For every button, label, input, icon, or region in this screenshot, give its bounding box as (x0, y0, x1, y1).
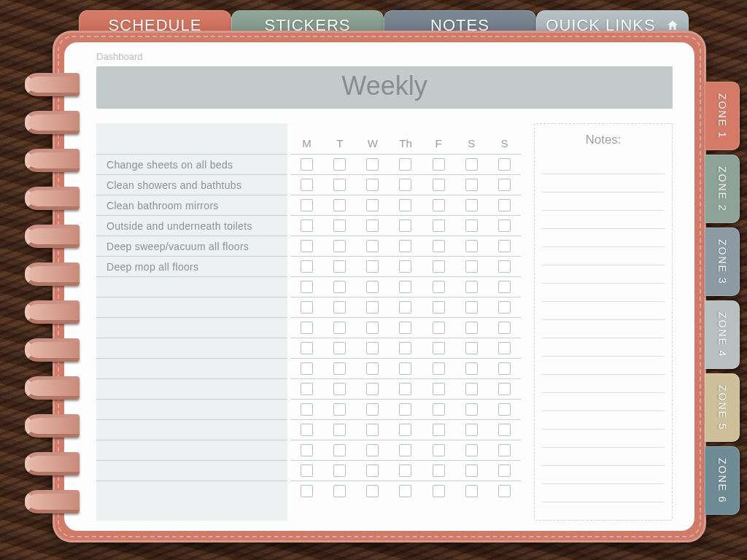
checkbox[interactable] (301, 322, 313, 334)
checkbox[interactable] (465, 179, 478, 191)
checkbox[interactable] (333, 342, 346, 354)
checkbox[interactable] (366, 485, 379, 497)
checkbox[interactable] (399, 464, 411, 477)
checkbox[interactable] (399, 383, 411, 395)
checkbox[interactable] (399, 444, 411, 456)
checkbox[interactable] (333, 199, 346, 211)
checkbox[interactable] (433, 403, 445, 416)
checkbox[interactable] (433, 362, 445, 375)
side-tab-zone-5[interactable]: ZONE 5 (705, 373, 740, 442)
checkbox[interactable] (433, 424, 445, 436)
checkbox[interactable] (465, 219, 478, 232)
checkbox[interactable] (333, 281, 346, 293)
checkbox[interactable] (465, 281, 478, 293)
checkbox[interactable] (399, 281, 411, 293)
checkbox[interactable] (498, 362, 511, 375)
side-tab-zone-1[interactable]: ZONE 1 (705, 82, 740, 150)
checkbox[interactable] (301, 240, 313, 252)
note-line[interactable] (542, 211, 665, 229)
checkbox[interactable] (301, 281, 313, 293)
checkbox[interactable] (465, 383, 478, 395)
checkbox[interactable] (333, 444, 346, 456)
checkbox[interactable] (465, 301, 478, 314)
checkbox[interactable] (498, 281, 511, 293)
checkbox[interactable] (433, 240, 445, 252)
note-line[interactable] (542, 174, 665, 192)
side-tab-zone-4[interactable]: ZONE 4 (705, 300, 740, 369)
checkbox[interactable] (301, 301, 313, 314)
checkbox[interactable] (333, 301, 346, 314)
checkbox[interactable] (333, 179, 346, 191)
breadcrumb[interactable]: Dashboard (96, 51, 673, 62)
checkbox[interactable] (301, 383, 313, 395)
checkbox[interactable] (301, 219, 313, 232)
checkbox[interactable] (399, 424, 411, 436)
checkbox[interactable] (301, 199, 313, 211)
checkbox[interactable] (498, 464, 511, 477)
note-line[interactable] (542, 284, 665, 302)
checkbox[interactable] (366, 281, 379, 293)
note-line[interactable] (542, 265, 665, 284)
checkbox[interactable] (465, 199, 478, 211)
checkbox[interactable] (433, 158, 445, 171)
note-line[interactable] (542, 411, 665, 429)
checkbox[interactable] (333, 464, 346, 477)
checkbox[interactable] (366, 301, 379, 314)
checkbox[interactable] (366, 403, 379, 416)
checkbox[interactable] (399, 260, 411, 273)
checkbox[interactable] (366, 158, 379, 171)
checkbox[interactable] (399, 240, 411, 252)
checkbox[interactable] (498, 322, 511, 334)
checkbox[interactable] (366, 179, 379, 191)
note-line[interactable] (542, 375, 665, 393)
checkbox[interactable] (498, 240, 511, 252)
checkbox[interactable] (465, 444, 478, 456)
side-tab-zone-6[interactable]: ZONE 6 (705, 446, 740, 515)
checkbox[interactable] (301, 444, 313, 456)
checkbox[interactable] (498, 485, 511, 497)
checkbox[interactable] (433, 342, 445, 354)
checkbox[interactable] (433, 260, 445, 273)
checkbox[interactable] (465, 464, 478, 477)
note-line[interactable] (542, 229, 665, 247)
checkbox[interactable] (333, 424, 346, 436)
checkbox[interactable] (301, 464, 313, 477)
note-line[interactable] (542, 448, 665, 466)
checkbox[interactable] (465, 362, 478, 375)
note-line[interactable] (542, 466, 665, 484)
checkbox[interactable] (399, 219, 411, 232)
note-line[interactable] (542, 302, 665, 320)
checkbox[interactable] (333, 403, 346, 416)
note-line[interactable] (542, 192, 665, 211)
checkbox[interactable] (465, 322, 478, 334)
checkbox[interactable] (399, 179, 411, 191)
checkbox[interactable] (333, 485, 346, 497)
checkbox[interactable] (333, 383, 346, 395)
checkbox[interactable] (399, 403, 411, 416)
note-line[interactable] (542, 320, 665, 338)
checkbox[interactable] (366, 464, 379, 477)
checkbox[interactable] (333, 322, 346, 334)
checkbox[interactable] (366, 240, 379, 252)
checkbox[interactable] (301, 485, 313, 497)
checkbox[interactable] (433, 301, 445, 314)
checkbox[interactable] (465, 158, 478, 171)
checkbox[interactable] (333, 158, 346, 171)
checkbox[interactable] (301, 362, 313, 375)
checkbox[interactable] (366, 444, 379, 456)
checkbox[interactable] (333, 362, 346, 375)
checkbox[interactable] (301, 260, 313, 273)
checkbox[interactable] (333, 260, 346, 273)
checkbox[interactable] (333, 240, 346, 252)
checkbox[interactable] (498, 260, 511, 273)
checkbox[interactable] (301, 179, 313, 191)
checkbox[interactable] (399, 362, 411, 375)
checkbox[interactable] (498, 179, 511, 191)
side-tab-zone-2[interactable]: ZONE 2 (705, 155, 740, 223)
checkbox[interactable] (366, 199, 379, 211)
checkbox[interactable] (301, 342, 313, 354)
checkbox[interactable] (399, 322, 411, 334)
checkbox[interactable] (498, 301, 511, 314)
note-line[interactable] (542, 156, 665, 174)
checkbox[interactable] (433, 383, 445, 395)
